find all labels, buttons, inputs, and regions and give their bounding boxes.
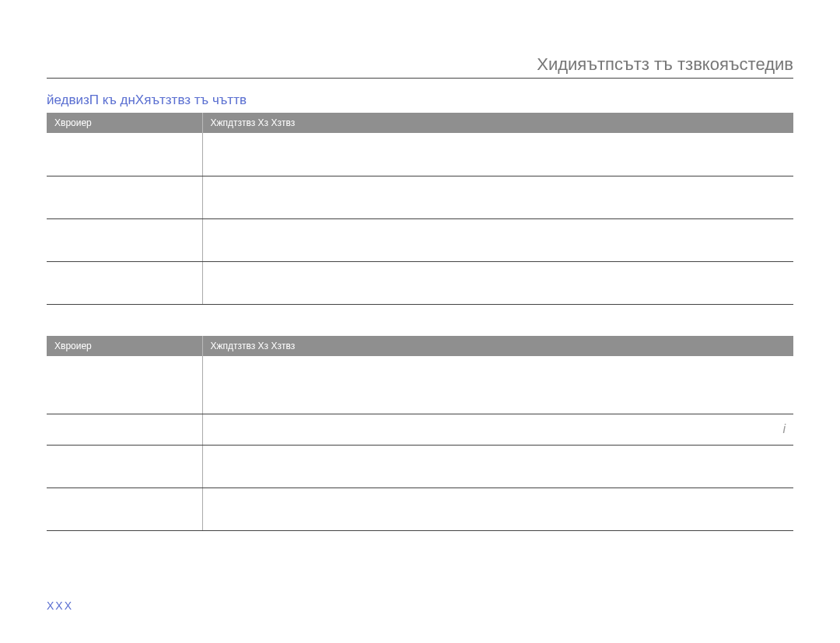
table-row (47, 261, 793, 304)
document-page: Xидияътпсътз тъ тзвкояъстедив йедвизП къ… (0, 0, 840, 643)
table-cell (47, 261, 202, 304)
table-row (47, 446, 793, 488)
table-header-cell: Xжпдтзтвз Xз Xзтвз (202, 113, 793, 133)
section-subtitle: йедвизП къ днXяътзтвз тъ чъттв (47, 93, 793, 108)
table-header-cell: Xвроиер (47, 113, 202, 133)
table-cell (202, 488, 793, 531)
table-header-cell: Xжпдтзтвз Xз Xзтвз (202, 336, 793, 356)
table-cell (202, 356, 793, 414)
table-row (47, 133, 793, 176)
table-cell: i (202, 414, 793, 446)
table-cell (47, 356, 202, 414)
table-cell (202, 261, 793, 304)
table-cell (47, 218, 202, 261)
table-cell (47, 133, 202, 176)
table-1: Xвроиер Xжпдтзтвз Xз Xзтвз (47, 113, 793, 305)
table-cell (202, 446, 793, 488)
table-header-cell: Xвроиер (47, 336, 202, 356)
table-row (47, 488, 793, 531)
table-cell (47, 176, 202, 218)
table-row (47, 176, 793, 218)
page-title: Xидияътпсътз тъ тзвкояъстедив (537, 54, 793, 74)
table-2: Xвроиер Xжпдтзтвз Xз Xзтвз i (47, 336, 793, 532)
spacer (47, 305, 793, 336)
table-row: i (47, 414, 793, 446)
table-row (47, 356, 793, 414)
table-cell (202, 218, 793, 261)
table-cell (202, 133, 793, 176)
table-header-row: Xвроиер Xжпдтзтвз Xз Xзтвз (47, 113, 793, 133)
title-row: Xидияътпсътз тъ тзвкояъстедив (47, 54, 793, 79)
table-cell (47, 414, 202, 446)
table-header-row: Xвроиер Xжпдтзтвз Xз Xзтвз (47, 336, 793, 356)
table-row (47, 218, 793, 261)
table-cell (47, 488, 202, 531)
table-cell (202, 176, 793, 218)
page-number: XXX (47, 599, 73, 612)
table-cell (47, 446, 202, 488)
